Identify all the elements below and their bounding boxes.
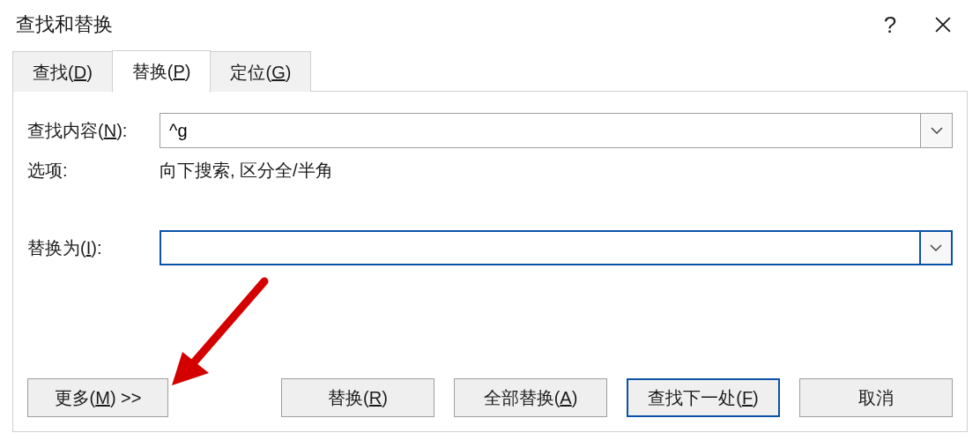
replace-button[interactable]: 替换(R)	[281, 378, 434, 417]
row-options: 选项: 向下搜索, 区分全/半角	[27, 159, 953, 183]
row-replace-with: 替换为(I):	[27, 230, 953, 265]
titlebar: 查找和替换 ?	[0, 0, 980, 49]
more-button[interactable]: 更多(M) >>	[27, 378, 168, 417]
help-button[interactable]: ?	[864, 7, 917, 42]
row-find-what: 查找内容(N):	[27, 113, 953, 148]
tab-goto[interactable]: 定位(G)	[210, 51, 311, 93]
tab-find[interactable]: 查找(D)	[12, 51, 113, 93]
button-row: 更多(M) >> 替换(R) 全部替换(A) 查找下一处(F) 取消	[27, 378, 953, 417]
close-button[interactable]	[917, 7, 969, 42]
tab-panel-replace: 查找内容(N): 选项: 向下搜索, 区分全/半角 替换为(I):	[12, 92, 968, 432]
chevron-down-icon	[931, 127, 943, 134]
replace-with-label: 替换为(I):	[27, 236, 160, 260]
replace-with-dropdown[interactable]	[921, 230, 953, 265]
tab-replace[interactable]: 替换(P)	[112, 50, 212, 93]
find-what-input[interactable]	[160, 113, 921, 148]
tabstrip: 查找(D) 替换(P) 定位(G)	[0, 49, 980, 92]
options-value: 向下搜索, 区分全/半角	[160, 159, 333, 183]
replace-with-input[interactable]	[160, 230, 921, 265]
find-what-label: 查找内容(N):	[27, 119, 160, 143]
options-label: 选项:	[27, 159, 160, 183]
dialog-find-replace: 查找和替换 ? 查找(D) 替换(P) 定位(G) 查找内容(N	[0, 0, 980, 448]
close-icon	[935, 17, 951, 33]
cancel-button[interactable]: 取消	[799, 378, 953, 417]
find-next-button[interactable]: 查找下一处(F)	[627, 378, 780, 417]
dialog-title: 查找和替换	[16, 11, 113, 38]
replace-all-button[interactable]: 全部替换(A)	[454, 378, 607, 417]
chevron-down-icon	[930, 244, 942, 251]
find-what-dropdown[interactable]	[921, 113, 953, 148]
